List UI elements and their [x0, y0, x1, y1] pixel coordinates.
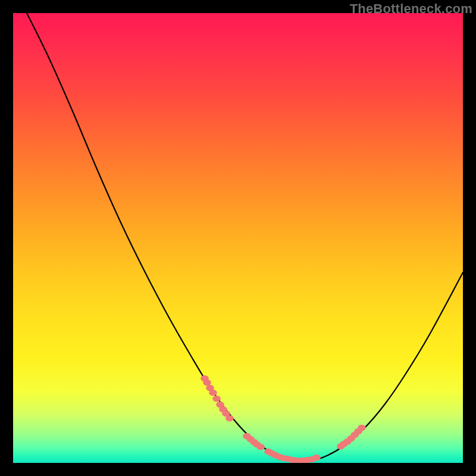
- curve-overlay: [13, 13, 463, 463]
- chart-frame: TheBottleneck.com: [0, 0, 476, 476]
- marker-dot: [212, 396, 221, 402]
- marker-dot: [312, 455, 321, 461]
- marker-dot: [256, 444, 265, 450]
- marker-dot: [226, 415, 234, 421]
- bottleneck-curve: [27, 13, 463, 461]
- plot-area: [13, 13, 463, 463]
- marker-dot: [209, 390, 217, 396]
- marker-dot: [203, 380, 211, 386]
- marker-dot: [358, 425, 366, 431]
- marker-layer: [201, 375, 366, 463]
